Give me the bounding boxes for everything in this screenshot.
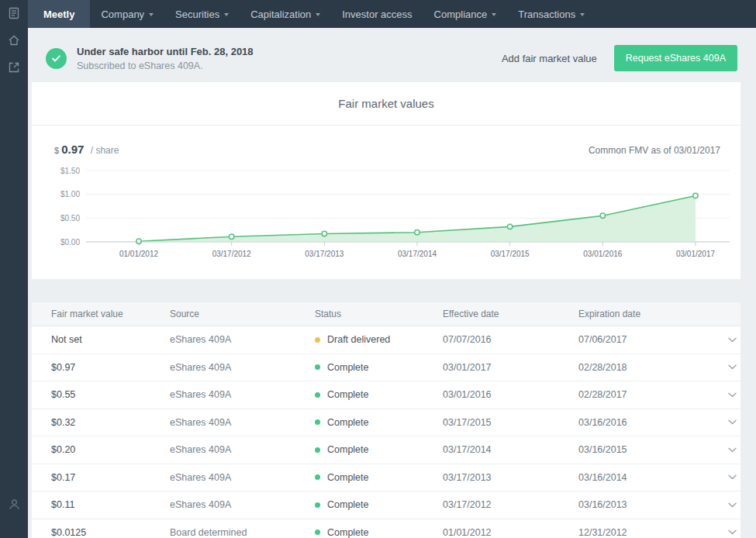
svg-text:03/01/2016: 03/01/2016 [583, 250, 622, 258]
nav-item-label: Company [101, 9, 144, 20]
request-eshares-409a-button[interactable]: Request eShares 409A [614, 45, 737, 71]
status-label: Complete [327, 417, 369, 428]
header-fair-market-value: Fair market value [51, 309, 170, 319]
caret-down-icon [316, 13, 320, 16]
status-label: Complete [327, 499, 369, 510]
fmv-cell: $0.32 [51, 417, 170, 428]
row-expand-button[interactable] [728, 392, 751, 398]
status-dot-icon [315, 502, 320, 508]
source-cell: eShares 409A [170, 389, 315, 400]
expiration-date-cell: 07/06/2017 [578, 334, 728, 345]
caret-down-icon [492, 13, 496, 16]
documents-icon[interactable] [8, 7, 20, 22]
table-row[interactable]: $0.11 eShares 409A Complete 03/17/2012 0… [32, 491, 740, 519]
status-label: Draft delivered [327, 334, 390, 345]
caret-down-icon [149, 13, 154, 16]
caret-down-icon [224, 13, 229, 16]
fmv-card: Fair market values $0.97 / share Common … [32, 82, 740, 279]
row-expand-button[interactable] [728, 337, 751, 343]
banner-subtitle: Subscribed to eShares 409A. [77, 60, 254, 71]
nav-item[interactable]: Investor access [331, 0, 423, 28]
nav-items: Company Securities Capitalization Invest… [90, 0, 595, 28]
fmv-unit: / share [91, 145, 119, 156]
export-icon[interactable] [8, 61, 20, 77]
top-navbar: Meetly Company Securities Capitalization… [28, 0, 756, 28]
table-row[interactable]: Not set eShares 409A Draft delivered 07/… [32, 326, 740, 354]
nav-item[interactable]: Capitalization [240, 0, 331, 28]
home-icon[interactable] [8, 34, 20, 50]
expiration-date-cell: 03/16/2014 [578, 472, 728, 483]
fmv-cell: $0.11 [51, 499, 170, 510]
source-cell: eShares 409A [170, 362, 315, 373]
fmv-area-chart: $0.00$0.50$1.00$1.5001/01/201203/17/2012… [32, 158, 740, 279]
status-dot-icon [315, 447, 320, 453]
nav-item-label: Securities [175, 9, 219, 20]
source-cell: eShares 409A [170, 417, 315, 428]
source-cell: Board determined [170, 527, 315, 538]
status-label: Complete [327, 472, 369, 483]
nav-item[interactable]: Securities [164, 0, 240, 28]
banner-title: Under safe harbor until Feb. 28, 2018 [77, 46, 254, 57]
status-dot-icon [315, 474, 320, 480]
row-expand-button[interactable] [728, 419, 751, 425]
status-cell: Complete [315, 527, 443, 538]
effective-date-cell: 03/17/2015 [443, 417, 578, 428]
row-expand-button[interactable] [728, 502, 751, 508]
fmv-table: Fair market value Source Status Effectiv… [32, 302, 740, 538]
status-dot-icon [315, 392, 320, 398]
nav-item-label: Investor access [342, 9, 412, 20]
svg-text:03/17/2014: 03/17/2014 [398, 250, 437, 258]
status-cell: Complete [315, 417, 443, 428]
table-row[interactable]: $0.17 eShares 409A Complete 03/17/2013 0… [32, 464, 740, 492]
status-cell: Complete [315, 362, 443, 373]
check-circle-icon [46, 48, 67, 69]
status-cell: Complete [315, 472, 443, 483]
card-title: Fair market values [338, 97, 433, 110]
fmv-cell: Not set [51, 334, 170, 345]
nav-item[interactable]: Compliance [423, 0, 508, 28]
status-cell: Complete [315, 444, 443, 455]
row-expand-button[interactable] [728, 447, 751, 453]
effective-date-cell: 03/01/2017 [443, 362, 578, 373]
table-row[interactable]: $0.97 eShares 409A Complete 03/01/2017 0… [32, 354, 740, 382]
header-source: Source [170, 309, 315, 319]
expiration-date-cell: 12/31/2012 [578, 527, 728, 538]
user-icon[interactable] [8, 498, 21, 514]
svg-text:03/17/2015: 03/17/2015 [491, 250, 530, 258]
table-row[interactable]: $0.32 eShares 409A Complete 03/17/2015 0… [32, 409, 740, 437]
status-label: Complete [327, 527, 369, 538]
expiration-date-cell: 02/28/2018 [578, 362, 728, 373]
status-cell: Complete [315, 389, 443, 400]
expiration-date-cell: 03/16/2013 [578, 499, 728, 510]
table-row[interactable]: $0.55 eShares 409A Complete 03/01/2016 0… [32, 381, 740, 409]
table-row[interactable]: $0.0125 Board determined Complete 01/01/… [32, 519, 740, 538]
caret-down-icon [580, 13, 585, 16]
table-row[interactable]: $0.20 eShares 409A Complete 03/17/2014 0… [32, 436, 740, 464]
row-expand-button[interactable] [728, 529, 751, 535]
fmv-currency: $ [54, 146, 59, 155]
svg-text:03/01/2017: 03/01/2017 [676, 250, 715, 258]
table-body: Not set eShares 409A Draft delivered 07/… [32, 326, 740, 538]
effective-date-cell: 03/01/2016 [443, 389, 578, 400]
nav-item[interactable]: Company [90, 0, 164, 28]
expiration-date-cell: 02/28/2017 [578, 389, 728, 400]
left-icon-rail [0, 0, 28, 538]
nav-item-label: Transactions [518, 9, 575, 20]
nav-item[interactable]: Transactions [507, 0, 595, 28]
row-expand-button[interactable] [728, 364, 751, 370]
expiration-date-cell: 03/16/2015 [578, 444, 728, 455]
row-expand-button[interactable] [728, 474, 751, 480]
effective-date-cell: 07/07/2016 [443, 334, 578, 345]
table-header-row: Fair market value Source Status Effectiv… [32, 302, 740, 326]
status-cell: Complete [315, 499, 443, 510]
effective-date-cell: 01/01/2012 [443, 527, 578, 538]
source-cell: eShares 409A [170, 334, 315, 345]
header-effective-date: Effective date [443, 309, 578, 319]
add-fair-market-value-link[interactable]: Add fair market value [502, 53, 597, 64]
svg-text:$0.50: $0.50 [60, 214, 80, 222]
status-label: Complete [327, 362, 369, 373]
fmv-cell: $0.17 [51, 472, 170, 483]
fmv-as-of-note: Common FMV as of 03/01/2017 [589, 145, 720, 156]
nav-brand[interactable]: Meetly [28, 0, 90, 28]
fmv-current-value: 0.97 [61, 143, 84, 156]
